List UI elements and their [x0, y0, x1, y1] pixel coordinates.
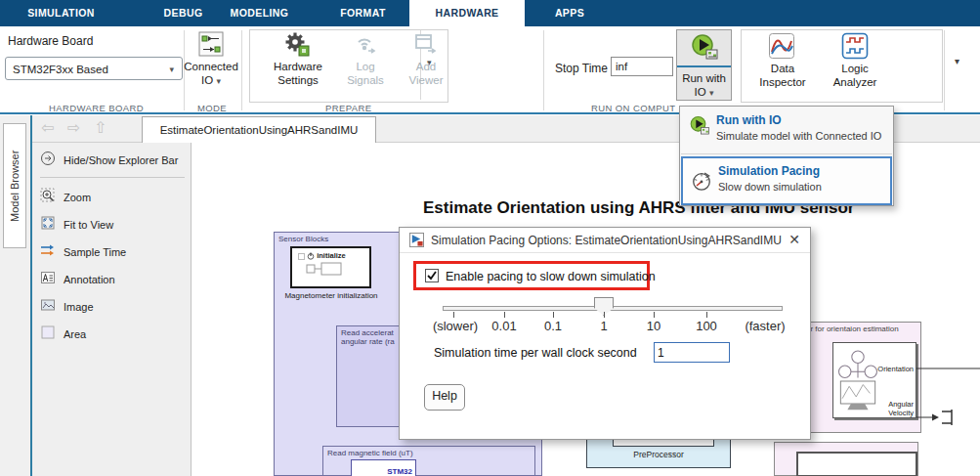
run-with-io-icon — [690, 49, 719, 65]
forward-icon[interactable]: ⇨ — [67, 118, 80, 137]
logic-analyzer-button[interactable]: Logic Analyzer — [827, 62, 883, 89]
stop-time-label: Stop Time — [555, 62, 608, 75]
check-icon — [426, 270, 438, 281]
dialog-icon — [409, 233, 424, 251]
palette-item-area[interactable]: Area — [40, 323, 187, 346]
slider-label-slower: (slower) — [433, 319, 478, 333]
ribbon-tabstrip: SIMULATION DEBUG MODELING FORMAT HARDWAR… — [0, 0, 980, 26]
ribbon-overflow-arrow[interactable]: ▾ — [955, 56, 959, 66]
slider-label-001: 0.01 — [491, 319, 516, 333]
tab-modeling[interactable]: MODELING — [218, 0, 301, 26]
tab-simulation[interactable]: SIMULATION — [15, 0, 107, 26]
back-icon[interactable]: ⇦ — [41, 118, 54, 137]
hide-explorer-icon — [40, 151, 56, 170]
add-viewer-button[interactable]: Add Viewer — [399, 60, 453, 87]
bus-terminator-icon — [942, 410, 952, 425]
signal-lines — [916, 360, 980, 428]
up-icon[interactable]: ⇧ — [94, 118, 107, 137]
tab-apps[interactable]: APPS — [544, 0, 595, 26]
help-button[interactable]: Help — [424, 384, 465, 411]
ribbon: Hardware Board STM32F3xx Based ▾ HARDWAR… — [0, 26, 980, 112]
palette-item-fit-to-view[interactable]: Fit to View — [40, 213, 187, 237]
image-icon — [40, 297, 56, 317]
data-inspector-icon — [768, 32, 795, 64]
hardware-settings-button[interactable]: Hardware Settings — [268, 60, 328, 87]
palette-item-hide-show-explorer[interactable]: Hide/Show Explorer Bar — [40, 149, 187, 172]
model-browser-tab[interactable]: Model Browser — [3, 123, 26, 248]
palette-item-image[interactable]: Image — [40, 295, 187, 319]
magnetometer-init-block[interactable]: initialize — [290, 246, 371, 288]
time-per-wallclock-input[interactable] — [654, 342, 730, 363]
port-orientation: Orientation — [877, 365, 914, 373]
tab-format[interactable]: FORMAT — [326, 0, 400, 26]
run-with-io-icon — [689, 115, 710, 141]
sample-time-icon — [40, 242, 56, 262]
logic-analyzer-icon — [841, 32, 869, 64]
tab-hardware[interactable]: HARDWARE — [409, 0, 525, 26]
chevron-down-icon: ▾ — [216, 76, 221, 86]
hardware-board-select[interactable]: STM32F3xx Based ▾ — [5, 57, 183, 80]
read-mag-region[interactable]: Read magnetic field (uT) STM32 — [322, 446, 535, 476]
run-with-io-menu: Run with IO Simulate model with Connecte… — [679, 106, 894, 206]
menu-item-simulation-pacing[interactable]: Simulation Pacing Slow down simulation — [681, 156, 892, 205]
imu-region-partial[interactable] — [774, 442, 918, 476]
close-icon[interactable]: ✕ — [788, 232, 800, 247]
annotation-icon — [40, 270, 56, 289]
enable-pacing-checkbox[interactable] — [425, 269, 439, 282]
palette-item-zoom[interactable]: Zoom — [40, 186, 187, 209]
slider-label-10: 10 — [647, 319, 660, 333]
area-icon — [40, 325, 56, 344]
ahrs-block-art — [835, 346, 880, 416]
gear-icon — [284, 31, 310, 61]
log-signals-icon — [352, 31, 377, 61]
data-inspector-button[interactable]: Data Inspector — [752, 62, 813, 89]
ahrs-block[interactable]: Orientation AngularVelocity — [832, 342, 916, 418]
connected-io-button[interactable]: Connected IO ▾ — [182, 60, 240, 88]
hardware-board-value: STM32F3xx Based — [13, 64, 108, 75]
slider-label-100: 100 — [696, 319, 717, 333]
stm32-block[interactable]: STM32 — [351, 459, 416, 476]
simulink-window: SIMULATION DEBUG MODELING FORMAT HARDWAR… — [0, 0, 980, 476]
pacing-gauge-icon — [691, 170, 712, 195]
slider-label-01: 0.1 — [544, 319, 562, 333]
palette-item-sample-time[interactable]: Sample Time — [40, 240, 187, 264]
simulation-pacing-dialog: Simulation Pacing Options: EstimateOrien… — [399, 227, 811, 440]
run-with-io-button[interactable]: Run with IO ▾ — [676, 29, 732, 101]
dialog-titlebar[interactable]: Simulation Pacing Options: EstimateOrien… — [400, 228, 810, 253]
port-angular-velocity: AngularVelocity — [888, 400, 914, 417]
tab-debug[interactable]: DEBUG — [147, 0, 220, 26]
chevron-down-icon: ▾ — [169, 58, 174, 81]
connected-io-icon[interactable] — [198, 31, 224, 61]
annotation-red-box: Enable pacing to slow down simulation — [413, 261, 650, 290]
add-viewer-icon — [412, 31, 438, 61]
zoom-icon — [40, 188, 56, 207]
slider-label-1: 1 — [600, 319, 607, 333]
document-tab[interactable]: EstimateOrientationUsingAHRSandIMU — [142, 116, 376, 143]
chevron-down-icon: ▾ — [709, 88, 714, 98]
tool-palette: Hide/Show Explorer Bar Zoom Fit to View … — [32, 143, 192, 476]
fit-to-view-icon — [40, 215, 56, 235]
log-signals-button[interactable]: Log Signals — [338, 60, 393, 87]
slider-label-faster: (faster) — [745, 319, 785, 333]
menu-item-run-with-io[interactable]: Run with IO Simulate model with Connecte… — [681, 108, 892, 154]
time-per-wallclock-label: Simulation time per wall clock second — [434, 346, 637, 360]
hardware-board-label: Hardware Board — [8, 34, 93, 48]
dialog-title: Simulation Pacing Options: EstimateOrien… — [431, 234, 782, 247]
enable-pacing-label: Enable pacing to slow down simulation — [446, 270, 656, 283]
palette-item-annotation[interactable]: Annotation — [40, 268, 187, 291]
magnetometer-caption: Magnetometer initialization — [268, 291, 395, 300]
stop-time-input[interactable] — [611, 57, 673, 76]
